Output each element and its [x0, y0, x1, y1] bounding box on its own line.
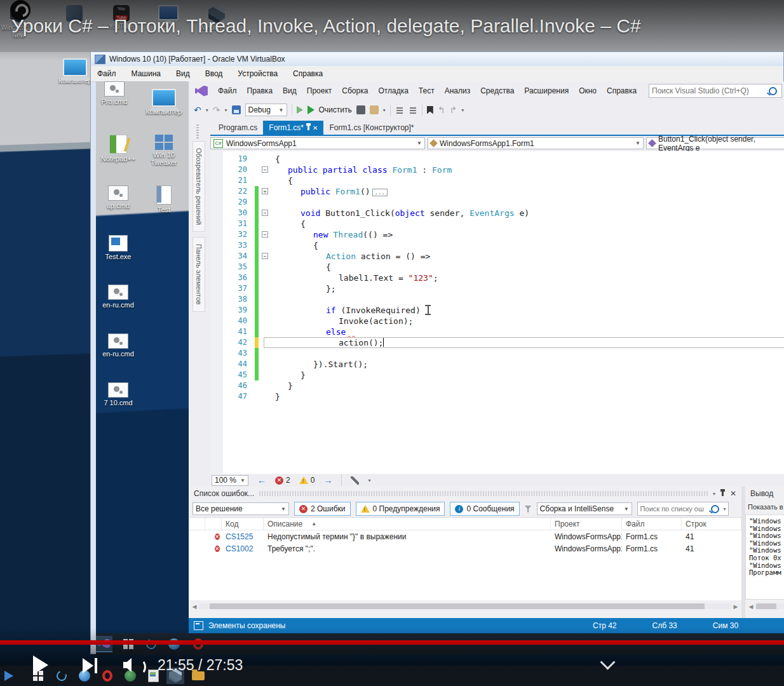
- save-all-icon[interactable]: [232, 105, 241, 114]
- virtualbox-menu-item[interactable]: Машина: [132, 69, 161, 78]
- toolbar-options-icon[interactable]: ▾: [461, 107, 464, 113]
- desktop-icon[interactable]: 7 10.cmd: [100, 382, 137, 407]
- code-line-29[interactable]: 29: [223, 197, 784, 208]
- find-in-files-icon[interactable]: [370, 105, 379, 114]
- start-without-debugging-icon[interactable]: [297, 106, 303, 114]
- nav-forward-icon[interactable]: ↱: [450, 105, 457, 115]
- code-line-38[interactable]: 38: [223, 294, 784, 305]
- virtualbox-menu-item[interactable]: Устройства: [238, 69, 278, 78]
- code-line-31[interactable]: 31{: [223, 219, 784, 229]
- document-tab[interactable]: Form1.cs* ✕: [263, 121, 323, 135]
- redo-button[interactable]: ↷: [213, 105, 220, 115]
- code-line-19[interactable]: 19{: [223, 154, 784, 165]
- vs-search-box[interactable]: [649, 84, 782, 98]
- window-position-icon[interactable]: ▾: [713, 491, 715, 497]
- comment-icon[interactable]: [409, 105, 417, 114]
- vs-search-input[interactable]: [649, 86, 769, 95]
- desktop-icon[interactable]: Win 10 Tweaker: [145, 135, 182, 166]
- error-list-search-box[interactable]: ▾: [637, 502, 729, 516]
- scrollbar-thumb[interactable]: [210, 603, 705, 609]
- desktop-icon[interactable]: Test.exe: [100, 235, 137, 260]
- collapse-region-icon[interactable]: −: [262, 210, 268, 216]
- vs-menu-item[interactable]: Сборка: [337, 84, 373, 98]
- debug-configuration-dropdown[interactable]: Debug▼: [245, 104, 287, 116]
- nav-backward-icon[interactable]: ↰: [438, 105, 445, 115]
- desktop-icon[interactable]: Test: [145, 185, 182, 213]
- virtualbox-menu-item[interactable]: Справка: [293, 69, 323, 78]
- vs-menu-item[interactable]: Расширения: [519, 84, 574, 98]
- vs-menu-item[interactable]: Средства: [475, 84, 519, 98]
- clean-button[interactable]: Очистить: [319, 105, 352, 114]
- solution-explorer-tab[interactable]: Обозреватель решений: [193, 141, 205, 232]
- code-line-44[interactable]: 44}).Start();: [223, 359, 784, 370]
- virtualbox-menu-item[interactable]: Вид: [176, 69, 190, 78]
- code-line-42[interactable]: 42action();: [223, 337, 784, 348]
- output-console[interactable]: "Windows"Windows"Windows"Windows"Windows…: [745, 514, 784, 600]
- undo-dropdown-icon[interactable]: ▾: [206, 107, 208, 113]
- pin-icon[interactable]: [722, 491, 724, 496]
- code-line-39[interactable]: 39if (InvokeRequired): [223, 305, 784, 316]
- code-line-20[interactable]: 20−public partial class Form1 : Form: [223, 165, 784, 175]
- vs-menu-item[interactable]: Проект: [302, 84, 337, 98]
- desktop-icon[interactable]: Pro.cmd: [96, 81, 133, 105]
- messages-filter-button[interactable]: i 0 Сообщения: [450, 502, 519, 516]
- scroll-right-icon[interactable]: ▶: [731, 603, 740, 610]
- code-line-46[interactable]: 46}: [223, 380, 784, 391]
- desktop-icon[interactable]: Компьютер: [55, 58, 95, 85]
- code-line-45[interactable]: 45}: [223, 370, 784, 380]
- error-count-badge[interactable]: ✕ 2: [275, 476, 290, 485]
- error-code-link[interactable]: CS1002: [222, 544, 264, 553]
- project-dropdown[interactable]: C# WindowsFormsApp1 ▼: [210, 137, 425, 149]
- output-hscrollbar[interactable]: ◀: [747, 602, 784, 611]
- collapsed-code-box[interactable]: ...: [372, 189, 388, 196]
- redo-dropdown-icon[interactable]: ▾: [224, 107, 227, 113]
- vs-menu-item[interactable]: Тест: [414, 84, 440, 98]
- column-project[interactable]: Проект: [551, 518, 622, 530]
- scroll-left-icon[interactable]: ◀: [190, 603, 199, 610]
- document-tab[interactable]: Form1.cs [Конструктор]* ✕: [323, 121, 419, 135]
- next-issue-icon[interactable]: →: [323, 475, 332, 485]
- vs-menu-item[interactable]: Вид: [278, 84, 302, 98]
- column-file[interactable]: Файл: [622, 518, 682, 530]
- taskbar-item[interactable]: [0, 668, 18, 684]
- code-line-37[interactable]: 37};: [223, 283, 784, 294]
- desktop-icon[interactable]: Компьютер: [145, 89, 182, 116]
- toolbar-overflow-icon[interactable]: ▾: [383, 107, 386, 113]
- error-row[interactable]: ✕ CS1002 Требуется ";". WindowsFormsApp1…: [189, 542, 741, 555]
- code-line-41[interactable]: 41else: [223, 326, 784, 337]
- vs-menu-item[interactable]: Анализ: [440, 84, 476, 98]
- indent-icon[interactable]: [395, 105, 404, 114]
- warning-count-badge[interactable]: 0: [299, 476, 315, 485]
- collapse-region-icon[interactable]: −: [262, 253, 268, 259]
- close-icon[interactable]: ✕: [730, 489, 736, 498]
- desktop-icon[interactable]: en-ru.cmd: [100, 285, 137, 309]
- virtualbox-menu-item[interactable]: Ввод: [205, 69, 223, 78]
- type-dropdown[interactable]: WindowsFormsApp1.Form1 ▼: [428, 137, 644, 149]
- vs-menu-item[interactable]: Правка: [242, 84, 278, 98]
- pin-icon[interactable]: [308, 125, 309, 130]
- error-list-search-input[interactable]: [638, 505, 711, 513]
- code-line-43[interactable]: 43: [223, 348, 784, 359]
- error-list-header[interactable]: Список ошибок... ▾ ✕: [189, 487, 741, 501]
- error-list-hscrollbar[interactable]: ◀ ▶: [190, 602, 740, 611]
- filter-icon[interactable]: [525, 506, 532, 513]
- column-line[interactable]: Строк: [682, 518, 741, 530]
- chevron-down-icon[interactable]: ▾: [368, 478, 370, 483]
- bookmark-icon[interactable]: [427, 106, 433, 114]
- collapse-region-icon[interactable]: −: [262, 166, 268, 173]
- code-line-47[interactable]: 47}: [223, 391, 784, 402]
- document-tab[interactable]: Program.cs ✕: [213, 121, 263, 135]
- scroll-left-icon[interactable]: ◀: [747, 603, 755, 610]
- output-header[interactable]: Вывод: [745, 487, 784, 501]
- code-line-40[interactable]: 40Invoke(action);: [223, 316, 784, 326]
- source-dropdown[interactable]: Сборка и IntelliSense▼: [537, 502, 632, 515]
- scrollbar-thumb[interactable]: [756, 603, 776, 609]
- close-icon[interactable]: ✕: [313, 124, 318, 131]
- expand-region-icon[interactable]: +: [262, 188, 268, 194]
- code-line-21[interactable]: 21{: [223, 175, 784, 186]
- vs-menu-item[interactable]: Отладка: [373, 84, 413, 98]
- collapse-region-icon[interactable]: −: [262, 231, 268, 238]
- profiler-icon[interactable]: [356, 105, 365, 114]
- zoom-dropdown[interactable]: 100 %▼: [212, 475, 248, 486]
- code-cleanup-icon[interactable]: [351, 476, 359, 485]
